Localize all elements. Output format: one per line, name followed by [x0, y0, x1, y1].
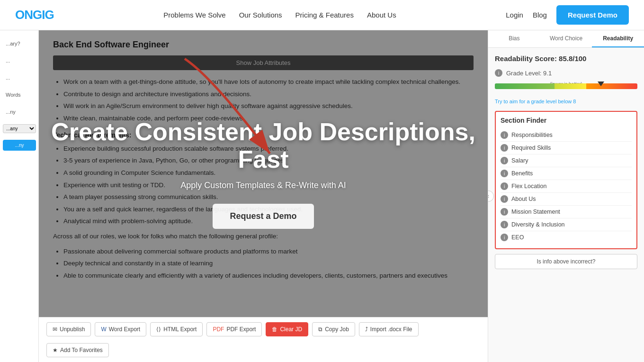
nav-pricing[interactable]: Pricing & Features — [295, 11, 354, 19]
overlay-cta-button[interactable]: Request a Demo — [213, 204, 313, 229]
section-info-icon-8: i — [501, 234, 508, 241]
readability-score: Readability Score: 85.8/100 — [495, 54, 637, 63]
section-item-salary[interactable]: i Salary — [501, 154, 632, 167]
blog-link[interactable]: Blog — [533, 11, 547, 19]
job-doc-area: Back End Software Engineer Show Job Attr… — [39, 30, 488, 317]
request-demo-button[interactable]: Request Demo — [556, 5, 629, 25]
second-toolbar-row: ★ Add To Favorites — [39, 341, 488, 362]
section-info-icon-4: i — [501, 182, 508, 190]
navbar: ONGIG Problems We Solve Our Solutions Pr… — [0, 0, 644, 30]
section-info-icon-5: i — [501, 195, 508, 203]
panel-tabs: Bias Word Choice Readability — [488, 30, 644, 48]
copy-job-button[interactable]: ⧉ Copy Job — [312, 322, 355, 336]
section-label-8: EEO — [511, 234, 524, 241]
section-label-7: Diversity & Inclusion — [511, 221, 565, 228]
import-docx-label: Import .docx File — [370, 326, 412, 333]
grade-bar-green — [495, 83, 555, 89]
nav-links: Problems We Solve Our Solutions Pricing … — [163, 11, 396, 19]
clear-jd-button[interactable]: 🗑 Clear JD — [266, 322, 308, 336]
logo: ONGIG — [15, 8, 54, 22]
copy-job-label: Copy Job — [325, 326, 349, 333]
is-info-button[interactable]: Is info above incorrect? — [495, 254, 637, 269]
trash-icon: 🗑 — [272, 326, 277, 333]
bottom-toolbar: ✉ Unpublish W Word Export ⟨⟩ HTML Export… — [39, 317, 488, 341]
sidebar-item-words[interactable]: Words — [2, 87, 36, 102]
section-item-about-us[interactable]: i About Us — [501, 193, 632, 206]
overlay-title: Create Consistent Job Descriptions, Fast — [39, 118, 488, 172]
clear-jd-label: Clear JD — [280, 326, 302, 333]
grade-bar-yellow — [555, 83, 586, 89]
grade-info-icon[interactable]: i — [495, 69, 502, 77]
navbar-right: Login Blog Request Demo — [506, 5, 629, 25]
html-export-label: HTML Export — [163, 326, 197, 333]
nav-problems[interactable]: Problems We Solve — [163, 11, 225, 19]
html-icon: ⟨⟩ — [156, 326, 161, 333]
section-label-0: Responsibilities — [511, 132, 553, 138]
section-item-diversity[interactable]: i Diversity & Inclusion — [501, 218, 632, 231]
right-panel: Bias Word Choice Readability Readability… — [488, 30, 644, 362]
login-link[interactable]: Login — [506, 11, 523, 19]
add-favorites-button[interactable]: ★ Add To Favorites — [46, 343, 109, 357]
star-icon: ★ — [53, 347, 58, 353]
sidebar-company-select[interactable]: ...any — [3, 124, 36, 133]
copy-icon: ⧉ — [318, 326, 322, 333]
word-export-button[interactable]: W Word Export — [95, 322, 146, 336]
section-item-flex-location[interactable]: i Flex Location — [501, 180, 632, 193]
center-content: Back End Software Engineer Show Job Attr… — [39, 30, 488, 362]
section-item-benefits[interactable]: i Benefits — [501, 167, 632, 180]
section-item-mission[interactable]: i Mission Statement — [501, 206, 632, 218]
section-item-responsibilities[interactable]: i Responsibilities — [501, 129, 632, 142]
pdf-icon: PDF — [213, 326, 224, 333]
section-item-eeo[interactable]: i EEO — [501, 231, 632, 244]
section-info-icon-7: i — [501, 221, 508, 228]
section-label-5: About Us — [511, 196, 536, 202]
section-info-icon-6: i — [501, 208, 508, 216]
section-finder-box: Section Finder i Responsibilities i Requ… — [495, 111, 637, 249]
grade-bar-orange — [586, 83, 637, 89]
unpublish-label: Unpublish — [60, 326, 85, 333]
section-label-1: Required Skills — [511, 145, 551, 151]
html-export-button[interactable]: ⟨⟩ HTML Export — [150, 322, 203, 336]
grade-level-row: i Grade Level: 9.1 — [495, 69, 637, 77]
sidebar-item-3[interactable]: ... — [2, 70, 36, 85]
section-info-icon-0: i — [501, 131, 508, 139]
section-label-3: Benefits — [511, 170, 533, 177]
pdf-export-button[interactable]: PDF PDF Export — [206, 322, 262, 336]
add-favorites-label: Add To Favorites — [60, 347, 103, 353]
nav-solutions[interactable]: Our Solutions — [239, 11, 282, 19]
tab-bias[interactable]: Bias — [488, 30, 540, 47]
upload-icon: ⤴ — [365, 326, 368, 333]
grade-bar: (lower is better) — [495, 81, 637, 96]
pdf-export-label: PDF Export — [226, 326, 256, 333]
section-item-required-skills[interactable]: i Required Skills — [501, 142, 632, 154]
grade-marker-icon — [598, 81, 604, 86]
overlay-subtitle: Apply Custom Templates & Re-Write with A… — [180, 181, 346, 190]
import-docx-button[interactable]: ⤴ Import .docx File — [359, 322, 419, 336]
sidebar-item-1[interactable]: ...ary? — [2, 36, 36, 51]
section-label-2: Salary — [511, 157, 528, 164]
nav-about[interactable]: About Us — [367, 11, 396, 19]
word-icon: W — [101, 326, 106, 333]
panel-body: Readability Score: 85.8/100 i Grade Leve… — [488, 48, 644, 362]
mail-icon: ✉ — [53, 326, 57, 333]
sidebar-company-button[interactable]: ...ny — [3, 140, 36, 151]
section-info-icon-1: i — [501, 144, 508, 152]
section-info-icon-2: i — [501, 157, 508, 164]
tab-word-choice[interactable]: Word Choice — [540, 30, 592, 47]
sidebar-item-4[interactable]: ...ny — [2, 104, 36, 119]
sidebar-item-2[interactable]: ... — [2, 53, 36, 68]
section-info-icon-3: i — [501, 170, 508, 177]
grade-level-label: Grade Level: 9.1 — [506, 70, 552, 77]
section-finder-title: Section Finder — [501, 117, 632, 124]
unpublish-button[interactable]: ✉ Unpublish — [46, 322, 91, 336]
word-export-label: Word Export — [109, 326, 140, 333]
main-container: ...ary? ... ... Words ...ny ...any ...ny… — [0, 30, 644, 362]
grade-tip: Try to aim for a grade level below 8 — [495, 99, 637, 104]
overlay: Create Consistent Job Descriptions, Fast… — [39, 30, 488, 317]
left-sidebar: ...ary? ... ... Words ...ny ...any ...ny — [0, 30, 39, 362]
section-label-4: Flex Location — [511, 183, 546, 190]
section-label-6: Mission Statement — [511, 208, 560, 215]
tab-readability[interactable]: Readability — [592, 30, 644, 47]
